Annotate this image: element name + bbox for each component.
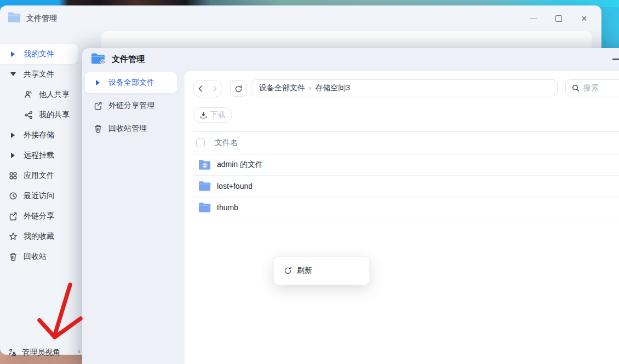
sidebar-item-label: 远程挂载 [24, 151, 54, 160]
titlebar: 文件管理 ✕ [0, 5, 601, 32]
triangle-right-icon [93, 80, 102, 85]
sidebar-item-label: 我的收藏 [24, 232, 54, 241]
sidebar-item-favorites[interactable]: 我的收藏 [0, 226, 82, 246]
sidebar-item-label: 最近访问 [24, 191, 54, 201]
bg-sidebar: 我的文件 共享文件 他人共享 我的共享 外接存储 远程挂载 [0, 44, 82, 267]
refresh-button[interactable] [230, 80, 247, 97]
sidebar-item-external-links[interactable]: 外链分享 [0, 206, 82, 226]
triangle-down-icon [8, 72, 18, 76]
search-input[interactable]: 搜索 [565, 79, 619, 96]
file-name: thumb [217, 203, 238, 212]
trash-icon [93, 124, 102, 133]
sidebar-item-label: 设备全部文件 [108, 78, 154, 88]
triangle-right-icon [8, 51, 18, 57]
window-title: 文件管理 [26, 14, 57, 24]
admin-content-panel: 设备全部文件 › 存储空间3 搜索 下载 文件名 [185, 71, 619, 364]
back-button[interactable] [193, 80, 208, 97]
search-placeholder: 搜索 [583, 83, 599, 93]
user-folder-icon [198, 159, 211, 170]
file-manager-admin-window: 文件管理 设备全部文件 外链分享管理 回收站管理 [82, 48, 619, 364]
file-name: lost+found [217, 182, 253, 190]
file-list: admin 的文件 lost+found thumb [193, 154, 619, 218]
file-row-lost-found[interactable]: lost+found [193, 176, 619, 197]
context-menu: 刷新 [273, 256, 370, 285]
close-icon[interactable]: ✕ [580, 14, 588, 23]
minimize-icon[interactable] [612, 59, 619, 60]
sidebar-item-label: 我的共享 [39, 110, 70, 120]
sidebar-item-label: 外接存储 [24, 130, 54, 140]
sidebar-item-app-files[interactable]: 应用文件 [0, 165, 82, 186]
sidebar-item-recycle-bin[interactable]: 回收站 [0, 246, 82, 267]
context-menu-label: 刷新 [297, 266, 312, 276]
sidebar-item-external-share-management[interactable]: 外链分享管理 [82, 95, 184, 116]
sidebar-item-external-storage[interactable]: 外接存储 [0, 125, 82, 145]
admin-window-title: 文件管理 [112, 54, 145, 65]
folder-gear-app-icon [91, 53, 106, 65]
people-icon [24, 90, 33, 99]
admin-view-label: 管理员视角 [22, 348, 60, 357]
sidebar-item-recycle-bin-management[interactable]: 回收站管理 [82, 118, 184, 139]
star-icon [8, 232, 18, 241]
breadcrumb[interactable]: 设备全部文件 › 存储空间3 [251, 79, 558, 96]
external-link-icon [93, 101, 102, 110]
breadcrumb-segment[interactable]: 存储空间3 [315, 83, 350, 93]
sidebar-item-label: 应用文件 [24, 171, 54, 181]
file-list-header: 文件名 [193, 132, 619, 154]
external-link-icon [8, 212, 18, 221]
sidebar-item-shared-by-others[interactable]: 他人共享 [0, 84, 82, 105]
file-row-thumb[interactable]: thumb [193, 197, 619, 218]
sidebar-item-label: 我的文件 [24, 49, 54, 59]
admin-view-icon [8, 348, 17, 357]
folder-icon [198, 181, 211, 192]
file-row-admin-files[interactable]: admin 的文件 [193, 154, 619, 176]
folder-app-icon [8, 11, 21, 23]
name-column-header[interactable]: 文件名 [215, 138, 238, 148]
sidebar-item-remote-mount[interactable]: 远程挂载 [0, 145, 82, 165]
breadcrumb-separator: › [309, 84, 311, 92]
trash-icon [8, 252, 18, 261]
folder-icon [198, 202, 211, 213]
clock-icon [8, 192, 18, 200]
refresh-icon [284, 267, 292, 275]
sidebar-collapse-icon[interactable]: ‹ [78, 347, 80, 355]
sidebar-item-label: 外链分享管理 [108, 101, 154, 111]
download-label: 下载 [210, 110, 226, 120]
minimize-icon[interactable] [529, 14, 538, 23]
sidebar-item-label: 他人共享 [39, 90, 70, 100]
sidebar-item-my-shares[interactable]: 我的共享 [0, 105, 82, 125]
sidebar-item-my-files[interactable]: 我的文件 [0, 44, 78, 64]
admin-sidebar: 设备全部文件 外链分享管理 回收站管理 [82, 72, 184, 141]
triangle-right-icon [8, 132, 18, 138]
sidebar-item-label: 回收站管理 [108, 124, 147, 134]
maximize-icon[interactable] [554, 14, 563, 23]
history-nav [193, 80, 222, 97]
sidebar-item-label: 外链分享 [24, 211, 54, 221]
sidebar-item-recent[interactable]: 最近访问 [0, 186, 82, 206]
sidebar-item-label: 回收站 [24, 252, 47, 262]
admin-view-switcher[interactable]: 管理员视角 [0, 342, 90, 362]
forward-button[interactable] [208, 80, 222, 97]
search-icon [572, 84, 580, 92]
select-all-checkbox[interactable] [196, 138, 205, 147]
share-icon [24, 111, 33, 119]
context-menu-item-refresh[interactable]: 刷新 [274, 257, 369, 285]
sidebar-item-all-device-files[interactable]: 设备全部文件 [85, 72, 177, 93]
admin-window-titlebar: 文件管理 [82, 48, 619, 70]
sidebar-item-shared-files[interactable]: 共享文件 [0, 64, 82, 84]
download-button[interactable]: 下载 [193, 107, 232, 123]
sidebar-item-label: 共享文件 [24, 70, 54, 79]
triangle-right-icon [8, 153, 18, 158]
apps-icon [8, 171, 18, 180]
download-icon [200, 112, 207, 119]
file-name: admin 的文件 [217, 160, 263, 170]
breadcrumb-segment[interactable]: 设备全部文件 [259, 83, 305, 93]
